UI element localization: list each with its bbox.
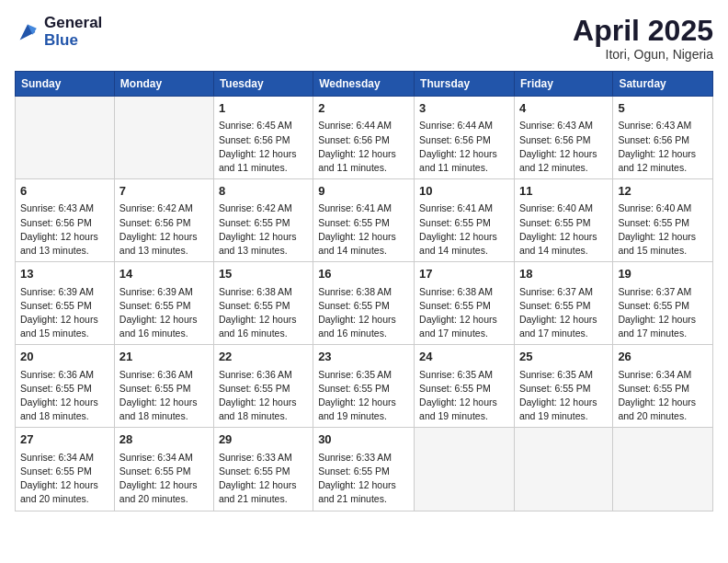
calendar-cell: 9Sunrise: 6:41 AM Sunset: 6:55 PM Daylig… [313, 179, 415, 262]
day-number: 20 [20, 349, 109, 365]
day-info: Sunrise: 6:34 AM Sunset: 6:55 PM Dayligh… [20, 451, 109, 507]
day-info: Sunrise: 6:41 AM Sunset: 6:55 PM Dayligh… [318, 201, 409, 258]
calendar-cell: 25Sunrise: 6:35 AM Sunset: 6:55 PM Dayli… [514, 345, 612, 428]
day-number: 25 [519, 349, 608, 365]
calendar-cell: 17Sunrise: 6:38 AM Sunset: 6:55 PM Dayli… [415, 262, 515, 345]
day-info: Sunrise: 6:38 AM Sunset: 6:55 PM Dayligh… [318, 285, 409, 341]
logo-text-block: General Blue [44, 15, 102, 49]
day-info: Sunrise: 6:43 AM Sunset: 6:56 PM Dayligh… [20, 201, 109, 258]
calendar-cell: 7Sunrise: 6:42 AM Sunset: 6:56 PM Daylig… [114, 179, 213, 262]
day-number: 16 [318, 266, 409, 282]
day-number: 19 [618, 266, 708, 282]
day-info: Sunrise: 6:41 AM Sunset: 6:55 PM Dayligh… [419, 201, 509, 258]
calendar-cell: 4Sunrise: 6:43 AM Sunset: 6:56 PM Daylig… [514, 97, 612, 179]
day-number: 2 [318, 100, 409, 117]
calendar-cell: 5Sunrise: 6:43 AM Sunset: 6:56 PM Daylig… [613, 97, 713, 179]
day-info: Sunrise: 6:44 AM Sunset: 6:56 PM Dayligh… [419, 119, 509, 175]
column-header-friday: Friday [514, 72, 612, 97]
day-info: Sunrise: 6:39 AM Sunset: 6:55 PM Dayligh… [119, 285, 209, 341]
day-info: Sunrise: 6:40 AM Sunset: 6:55 PM Dayligh… [618, 201, 708, 258]
day-info: Sunrise: 6:34 AM Sunset: 6:55 PM Dayligh… [618, 368, 708, 424]
logo-general: General [44, 15, 102, 32]
day-info: Sunrise: 6:36 AM Sunset: 6:55 PM Dayligh… [119, 368, 209, 424]
column-header-tuesday: Tuesday [213, 72, 313, 97]
title-block: April 2025 Itori, Ogun, Nigeria [573, 15, 713, 62]
calendar-cell [415, 428, 515, 511]
calendar-header-row: SundayMondayTuesdayWednesdayThursdayFrid… [16, 72, 713, 97]
column-header-wednesday: Wednesday [313, 72, 415, 97]
day-number: 21 [119, 349, 209, 365]
day-number: 8 [219, 183, 308, 200]
day-number: 14 [119, 266, 209, 282]
day-number: 27 [20, 431, 109, 448]
week-row-3: 13Sunrise: 6:39 AM Sunset: 6:55 PM Dayli… [16, 262, 713, 345]
day-info: Sunrise: 6:38 AM Sunset: 6:55 PM Dayligh… [219, 285, 308, 341]
column-header-thursday: Thursday [415, 72, 515, 97]
calendar-cell: 19Sunrise: 6:37 AM Sunset: 6:55 PM Dayli… [613, 262, 713, 345]
day-info: Sunrise: 6:36 AM Sunset: 6:55 PM Dayligh… [219, 368, 308, 424]
day-number: 10 [419, 183, 509, 200]
day-info: Sunrise: 6:40 AM Sunset: 6:55 PM Dayligh… [519, 201, 608, 258]
calendar-cell: 16Sunrise: 6:38 AM Sunset: 6:55 PM Dayli… [313, 262, 415, 345]
day-info: Sunrise: 6:34 AM Sunset: 6:55 PM Dayligh… [119, 451, 209, 507]
calendar-cell: 2Sunrise: 6:44 AM Sunset: 6:56 PM Daylig… [313, 97, 415, 179]
day-info: Sunrise: 6:33 AM Sunset: 6:55 PM Dayligh… [219, 451, 308, 507]
day-number: 3 [419, 100, 509, 117]
day-info: Sunrise: 6:43 AM Sunset: 6:56 PM Dayligh… [519, 119, 608, 175]
calendar-cell: 23Sunrise: 6:35 AM Sunset: 6:55 PM Dayli… [313, 345, 415, 428]
day-number: 30 [318, 431, 409, 448]
calendar-cell: 1Sunrise: 6:45 AM Sunset: 6:56 PM Daylig… [213, 97, 313, 179]
day-info: Sunrise: 6:35 AM Sunset: 6:55 PM Dayligh… [419, 368, 509, 424]
calendar-cell: 10Sunrise: 6:41 AM Sunset: 6:55 PM Dayli… [415, 179, 515, 262]
week-row-5: 27Sunrise: 6:34 AM Sunset: 6:55 PM Dayli… [16, 428, 713, 511]
day-number: 12 [618, 183, 708, 200]
column-header-monday: Monday [114, 72, 213, 97]
calendar-cell: 15Sunrise: 6:38 AM Sunset: 6:55 PM Dayli… [213, 262, 313, 345]
day-number: 15 [219, 266, 308, 282]
header: General Blue April 2025 Itori, Ogun, Nig… [15, 15, 713, 62]
calendar-cell [613, 428, 713, 511]
day-number: 23 [318, 349, 409, 365]
week-row-4: 20Sunrise: 6:36 AM Sunset: 6:55 PM Dayli… [16, 345, 713, 428]
day-number: 24 [419, 349, 509, 365]
day-info: Sunrise: 6:42 AM Sunset: 6:56 PM Dayligh… [119, 201, 209, 258]
day-info: Sunrise: 6:33 AM Sunset: 6:55 PM Dayligh… [318, 451, 409, 507]
day-number: 1 [219, 100, 308, 117]
calendar-cell: 11Sunrise: 6:40 AM Sunset: 6:55 PM Dayli… [514, 179, 612, 262]
day-number: 18 [519, 266, 608, 282]
day-number: 9 [318, 183, 409, 200]
calendar-cell: 21Sunrise: 6:36 AM Sunset: 6:55 PM Dayli… [114, 345, 213, 428]
logo-bird-icon [15, 19, 40, 45]
calendar-cell: 27Sunrise: 6:34 AM Sunset: 6:55 PM Dayli… [16, 428, 115, 511]
calendar-cell: 26Sunrise: 6:34 AM Sunset: 6:55 PM Dayli… [613, 345, 713, 428]
calendar-cell [16, 97, 115, 179]
calendar-cell: 14Sunrise: 6:39 AM Sunset: 6:55 PM Dayli… [114, 262, 213, 345]
column-header-sunday: Sunday [16, 72, 115, 97]
calendar-table: SundayMondayTuesdayWednesdayThursdayFrid… [15, 71, 713, 511]
calendar-cell: 20Sunrise: 6:36 AM Sunset: 6:55 PM Dayli… [16, 345, 115, 428]
day-info: Sunrise: 6:35 AM Sunset: 6:55 PM Dayligh… [519, 368, 608, 424]
logo-blue: Blue [44, 32, 102, 50]
day-number: 22 [219, 349, 308, 365]
calendar-cell: 30Sunrise: 6:33 AM Sunset: 6:55 PM Dayli… [313, 428, 415, 511]
week-row-2: 6Sunrise: 6:43 AM Sunset: 6:56 PM Daylig… [16, 179, 713, 262]
calendar-cell: 18Sunrise: 6:37 AM Sunset: 6:55 PM Dayli… [514, 262, 612, 345]
day-info: Sunrise: 6:36 AM Sunset: 6:55 PM Dayligh… [20, 368, 109, 424]
day-info: Sunrise: 6:37 AM Sunset: 6:55 PM Dayligh… [519, 285, 608, 341]
day-number: 28 [119, 431, 209, 448]
day-number: 5 [618, 100, 708, 117]
calendar-cell: 6Sunrise: 6:43 AM Sunset: 6:56 PM Daylig… [16, 179, 115, 262]
day-info: Sunrise: 6:42 AM Sunset: 6:55 PM Dayligh… [219, 201, 308, 258]
column-header-saturday: Saturday [613, 72, 713, 97]
day-info: Sunrise: 6:43 AM Sunset: 6:56 PM Dayligh… [618, 119, 708, 175]
calendar-cell: 29Sunrise: 6:33 AM Sunset: 6:55 PM Dayli… [213, 428, 313, 511]
day-number: 13 [20, 266, 109, 282]
day-number: 26 [618, 349, 708, 365]
calendar-cell: 28Sunrise: 6:34 AM Sunset: 6:55 PM Dayli… [114, 428, 213, 511]
calendar-cell [514, 428, 612, 511]
location-title: Itori, Ogun, Nigeria [573, 47, 713, 62]
calendar-body: 1Sunrise: 6:45 AM Sunset: 6:56 PM Daylig… [16, 97, 713, 511]
week-row-1: 1Sunrise: 6:45 AM Sunset: 6:56 PM Daylig… [16, 97, 713, 179]
calendar-cell: 13Sunrise: 6:39 AM Sunset: 6:55 PM Dayli… [16, 262, 115, 345]
day-info: Sunrise: 6:37 AM Sunset: 6:55 PM Dayligh… [618, 285, 708, 341]
